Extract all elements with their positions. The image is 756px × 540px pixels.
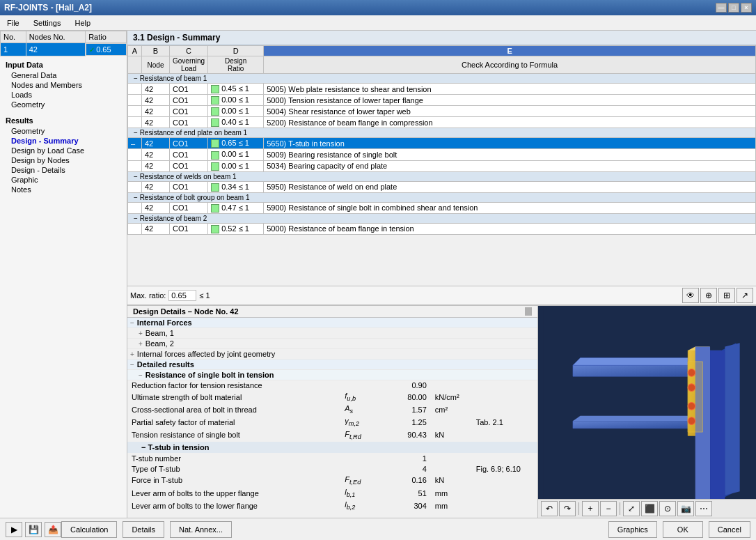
svg-marker-13 [725,343,739,495]
cursor-button[interactable]: ⊕ [700,288,717,303]
graphics-button[interactable]: Graphics [608,521,657,538]
svg-marker-19 [688,362,702,432]
menu-bar: File Settings Help [0,15,756,31]
row-empty [128,106,142,117]
sidebar-item-nodes-members[interactable]: Nodes and Members [0,80,127,90]
max-ratio-input[interactable] [168,290,196,301]
detail-unit [431,380,472,391]
expand-beam2-icon[interactable]: − [134,215,138,222]
internal-forces-joint-row[interactable]: + Internal forces affected by joint geom… [127,349,537,360]
ratio-indicator [211,96,219,105]
maximize-button[interactable]: □ [728,3,739,13]
row-node: 42 [142,95,170,106]
more-options-button[interactable]: ⋯ [695,501,712,516]
expand-internal-forces[interactable]: − [130,319,134,327]
ok-button[interactable]: OK [663,521,703,538]
table-row[interactable]: 42 CO1 0.45 ≤ 1 5005) Web plate resistan… [128,84,756,95]
view-3d-button[interactable]: ⬛ [641,501,658,516]
expand-joint[interactable]: + [130,350,134,358]
detail-value: 4 [381,463,431,474]
expand-resistance[interactable]: − [139,371,143,379]
table-row-active[interactable]: – 42 CO1 0.65 ≤ 1 5650) T-stub in tensio… [128,138,756,149]
sidebar-item-design-load-case[interactable]: Design by Load Case [0,146,127,155]
resistance-single-bolt-row[interactable]: − Resistance of single bolt in tension [127,370,537,380]
row-ratio: 0.00 ≤ 1 [208,160,264,171]
col-ratio: Ratio [86,31,127,43]
expand-welds-icon[interactable]: − [134,173,138,180]
detail-label: Reduction factor for tension resistance [127,380,340,391]
zoom-out-button[interactable]: − [600,501,617,516]
expand-beam1[interactable]: + [139,330,143,337]
detail-unit [431,453,472,463]
table-row[interactable]: 42 CO1 0.47 ≤ 1 5900) Resistance of sing… [128,202,756,213]
row-desc: 5004) Shear resistance of lower taper we… [264,106,756,117]
expand-endplate-icon[interactable]: − [134,129,138,137]
row-node: 42 [142,223,170,234]
view-3d-canvas[interactable] [538,306,756,499]
expand-boltgroup-icon[interactable]: − [134,194,138,201]
table-row[interactable]: 42 CO1 0.34 ≤ 1 5950) Resistance of weld… [128,181,756,192]
expand-beam1-icon[interactable]: − [134,75,138,82]
table-row[interactable]: 42 CO1 0.52 ≤ 1 5000) Resistance of beam… [128,223,756,234]
table-row[interactable]: 42 CO1 0.00 ≤ 1 5004) Shear resistance o… [128,106,756,117]
subheader-node: Node [142,56,170,74]
svg-marker-4 [573,421,691,429]
detail-symbol: As [340,403,381,416]
beam2-row[interactable]: + Beam, 2 [127,339,537,349]
nat-annex-button[interactable]: Nat. Annex... [170,521,232,538]
play-button[interactable]: ▶ [6,522,22,537]
expand-tstub[interactable]: − [141,443,145,452]
row-empty [128,95,142,106]
sidebar-item-graphic[interactable]: Graphic [0,175,127,185]
sidebar-item-general-data[interactable]: General Data [0,70,127,80]
expand-detailed[interactable]: − [130,361,134,369]
save-button[interactable]: 💾 [25,522,42,537]
cancel-button[interactable]: Cancel [709,521,750,538]
beam1-row[interactable]: + Beam, 1 [127,328,537,339]
table-button[interactable]: ⊞ [718,288,735,303]
design-details-content: − Internal Forces + Beam, 1 + Beam, 2 + … [127,318,537,518]
detail-note [472,391,537,403]
details-button[interactable]: Details [123,521,164,538]
detailed-results-label: Detailed results [137,360,194,369]
view-fit-button[interactable]: ⤢ [623,501,640,516]
menu-help[interactable]: Help [70,17,95,29]
table-row[interactable]: 42 CO1 0.00 ≤ 1 5009) Bearing resistance… [128,149,756,160]
expand-beam2[interactable]: + [139,340,143,348]
calculation-button[interactable]: Calculation [61,521,117,538]
internal-forces-row[interactable]: − Internal Forces [127,318,537,328]
col-nodes-no: Nodes No. [26,31,86,43]
sidebar-item-design-nodes[interactable]: Design by Nodes [0,155,127,165]
close-button[interactable]: × [741,3,752,13]
sidebar-item-design-details[interactable]: Design - Details [0,165,127,175]
table-row[interactable]: 42 CO1 0.00 ≤ 1 5000) Tension resistance… [128,95,756,106]
sidebar-item-design-summary[interactable]: Design - Summary [0,136,127,146]
export-button[interactable]: ↗ [737,288,753,303]
zoom-in-button[interactable]: + [582,501,599,516]
minimize-button[interactable]: — [716,3,727,13]
detail-symbol: lb,1 [340,486,381,499]
upload-button[interactable]: 📤 [45,522,61,537]
tstub-section-header: − T-stub in tension [127,441,537,453]
nav-results-section: Results Geometry Design - Summary Design… [0,112,127,197]
table-row[interactable]: 42 CO1 0.40 ≤ 1 5200) Resistance of beam… [128,117,756,128]
menu-settings[interactable]: Settings [29,17,65,29]
view-plan-button[interactable]: ⊙ [659,501,676,516]
sidebar-item-geometry-results[interactable]: Geometry [0,126,127,136]
screenshot-button[interactable]: 📷 [677,501,694,516]
sidebar-item-geometry-input[interactable]: Geometry [0,100,127,109]
detailed-results-row[interactable]: − Detailed results [127,360,537,370]
menu-file[interactable]: File [3,17,24,29]
rotate-right-button[interactable]: ↷ [559,501,576,516]
ratio-value: 0.65 [96,45,111,54]
eye-button[interactable]: 👁 [682,288,699,303]
rotate-left-button[interactable]: ↶ [541,501,558,516]
table-row[interactable]: 1 42 ✓ 0.65 [1,43,127,56]
table-row[interactable]: 42 CO1 0.00 ≤ 1 5034) Bearing capacity o… [128,160,756,171]
sidebar-item-notes[interactable]: Notes [0,185,127,194]
internal-forces-joint-label: Internal forces affected by joint geomet… [137,350,276,358]
max-ratio-row: Max. ratio: ≤ 1 [130,290,210,301]
scroll-indicator [525,307,532,316]
sidebar-item-loads[interactable]: Loads [0,90,127,100]
detail-value: 1.57 [381,403,431,416]
